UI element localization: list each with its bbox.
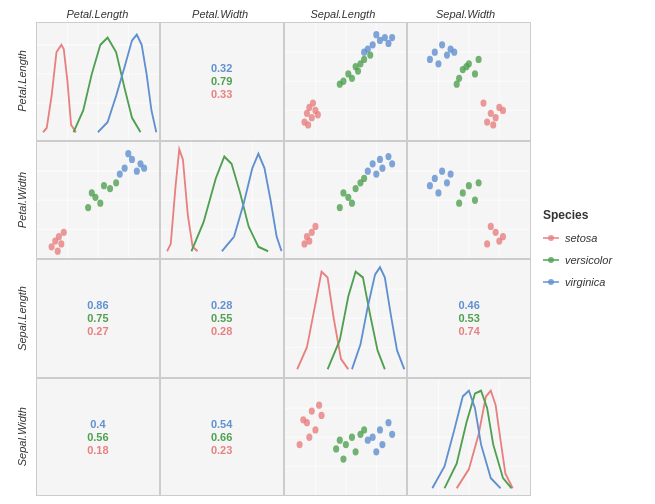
corr-4-1-versicolor: 0.56 xyxy=(87,431,108,443)
svg-point-138 xyxy=(439,167,445,174)
corr-3-1-virginica: 0.27 xyxy=(87,325,108,337)
svg-point-185 xyxy=(548,235,554,241)
svg-point-56 xyxy=(454,81,460,88)
svg-point-114 xyxy=(369,160,375,167)
legend-label-versicolor: versicolor xyxy=(565,254,612,266)
corr-4-2-virginica: 0.23 xyxy=(211,444,232,456)
svg-point-156 xyxy=(308,407,314,414)
svg-point-172 xyxy=(376,426,382,433)
svg-point-164 xyxy=(348,433,354,440)
svg-point-169 xyxy=(361,426,367,433)
svg-point-110 xyxy=(340,189,346,196)
col-headers: Petal.Length Petal.Width Sepal.Length Se… xyxy=(36,8,527,22)
svg-point-35 xyxy=(389,34,395,41)
row-label-2: Petal.Width xyxy=(8,141,36,260)
corr-4-2-versicolor: 0.66 xyxy=(211,431,232,443)
cell-3-2: 0.28 0.55 0.28 xyxy=(160,259,284,378)
cell-1-3 xyxy=(284,22,408,141)
svg-point-107 xyxy=(345,193,351,200)
svg-point-26 xyxy=(355,67,361,74)
legend-label-virginica: virginica xyxy=(565,276,605,288)
svg-point-130 xyxy=(497,237,503,244)
svg-point-170 xyxy=(333,445,339,452)
svg-point-133 xyxy=(466,182,472,189)
svg-point-85 xyxy=(134,167,140,174)
svg-point-81 xyxy=(113,179,119,186)
svg-point-31 xyxy=(381,34,387,41)
legend-item-setosa: setosa xyxy=(543,230,647,246)
svg-point-58 xyxy=(439,41,445,48)
corr-3-4-versicolor: 0.53 xyxy=(458,312,479,324)
svg-point-187 xyxy=(548,257,554,263)
svg-point-115 xyxy=(376,155,382,162)
row-label-text-2: Petal.Width xyxy=(16,172,28,228)
cell-3-3 xyxy=(284,259,408,378)
plot-area: Petal.Length Petal.Width Sepal.Length Se… xyxy=(0,0,535,504)
svg-point-140 xyxy=(427,182,433,189)
svg-point-62 xyxy=(436,60,442,67)
svg-point-177 xyxy=(389,430,395,437)
col-header-4: Sepal.Width xyxy=(404,8,527,22)
corr-3-2-virginica: 0.28 xyxy=(211,325,232,337)
cell-3-4: 0.46 0.53 0.74 xyxy=(407,259,531,378)
svg-point-71 xyxy=(56,233,62,240)
row-label-1: Petal.Length xyxy=(8,22,36,141)
col-header-3: Sepal.Length xyxy=(282,8,405,22)
cell-2-2 xyxy=(160,141,284,260)
svg-point-120 xyxy=(389,160,395,167)
svg-point-166 xyxy=(336,436,342,443)
svg-point-79 xyxy=(107,184,113,191)
svg-point-173 xyxy=(379,440,385,447)
svg-point-84 xyxy=(129,155,135,162)
row-4-cells: 0.4 0.56 0.18 0.54 0.66 0.23 xyxy=(36,378,531,497)
svg-point-63 xyxy=(451,48,457,55)
cell-2-1 xyxy=(36,141,160,260)
svg-point-118 xyxy=(385,152,391,159)
row-3-cells: 0.86 0.75 0.27 0.28 0.55 0.28 xyxy=(36,259,531,378)
svg-point-163 xyxy=(342,440,348,447)
svg-point-141 xyxy=(448,170,454,177)
legend-title: Species xyxy=(543,208,647,222)
svg-point-106 xyxy=(306,237,312,244)
corr-3-2-setosa: 0.28 xyxy=(211,299,232,311)
svg-point-86 xyxy=(117,170,123,177)
svg-point-46 xyxy=(484,118,490,125)
svg-point-142 xyxy=(436,189,442,196)
legend-panel: Species setosa versicolor xyxy=(535,0,655,504)
svg-point-116 xyxy=(379,164,385,171)
cell-1-1 xyxy=(36,22,160,141)
svg-point-157 xyxy=(312,426,318,433)
svg-point-60 xyxy=(427,56,433,63)
corr-1-2-setosa: 0.32 xyxy=(211,62,232,74)
svg-point-129 xyxy=(488,222,494,229)
row-label-text-1: Petal.Length xyxy=(16,50,28,112)
svg-point-48 xyxy=(490,121,496,128)
col-header-2: Petal.Width xyxy=(159,8,282,22)
grid-row-4: Sepal.Width 0.4 0.56 0.18 0.54 0.66 0.23 xyxy=(8,378,531,497)
corr-1-2-versicolor: 0.79 xyxy=(211,75,232,87)
svg-point-176 xyxy=(373,448,379,455)
svg-point-29 xyxy=(369,41,375,48)
cell-4-2: 0.54 0.66 0.23 xyxy=(160,378,284,497)
svg-point-113 xyxy=(361,174,367,181)
legend-item-versicolor: versicolor xyxy=(543,252,647,268)
svg-point-132 xyxy=(460,189,466,196)
legend-icon-virginica xyxy=(543,274,559,290)
cell-1-2: 0.32 0.79 0.33 xyxy=(160,22,284,141)
row-label-3: Sepal.Length xyxy=(8,259,36,378)
svg-point-54 xyxy=(476,56,482,63)
svg-point-19 xyxy=(314,111,320,118)
grid-rows: Petal.Length xyxy=(8,22,531,496)
svg-point-55 xyxy=(464,63,470,70)
svg-point-83 xyxy=(122,164,128,171)
svg-point-27 xyxy=(336,81,342,88)
legend-icon-versicolor xyxy=(543,252,559,268)
svg-point-139 xyxy=(444,179,450,186)
grid-row-2: Petal.Width xyxy=(8,141,531,260)
svg-point-57 xyxy=(432,48,438,55)
svg-point-36 xyxy=(361,48,367,55)
col-header-1: Petal.Length xyxy=(36,8,159,22)
svg-point-72 xyxy=(49,243,55,250)
svg-point-165 xyxy=(352,448,358,455)
svg-point-189 xyxy=(548,279,554,285)
